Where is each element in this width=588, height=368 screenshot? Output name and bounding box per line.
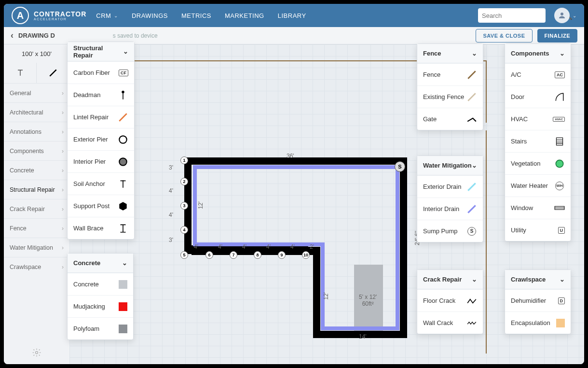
item-window[interactable]: Window	[505, 197, 571, 219]
user-avatar[interactable]	[554, 8, 570, 23]
panel-header[interactable]: Concrete⌄	[68, 254, 133, 273]
save-close-button[interactable]: SAVE & CLOSE	[476, 29, 532, 42]
item-vegetation[interactable]: Vegetation	[505, 152, 571, 174]
item-support-post[interactable]: Support Post	[68, 195, 134, 217]
pier-marker[interactable]: 5	[180, 251, 188, 259]
nav-drawings[interactable]: DRAWINGS	[132, 12, 168, 19]
sidebar-item-general[interactable]: General›	[4, 83, 69, 102]
swatch-icon	[119, 280, 127, 289]
item-wall-brace[interactable]: Wall Brace	[68, 217, 134, 239]
swatch-icon	[556, 319, 565, 327]
item-soil-anchor[interactable]: Soil Anchor	[68, 172, 134, 195]
stairs-icon	[554, 136, 565, 147]
item-exterior-pier[interactable]: Exterior Pier	[68, 128, 134, 150]
text-tool[interactable]	[4, 63, 37, 83]
pier-marker[interactable]: 9	[278, 251, 286, 259]
item-ac[interactable]: A/CAC	[505, 63, 571, 85]
search-input[interactable]	[482, 12, 563, 19]
swatch-icon	[119, 302, 127, 311]
back-button[interactable]: ‹	[11, 30, 14, 41]
dim-3b: 3'	[169, 237, 173, 243]
item-fence[interactable]: Fence	[417, 63, 483, 85]
dim-36: 36'	[287, 153, 294, 159]
item-hvac[interactable]: HVACHVAC	[505, 108, 571, 130]
sidebar-item-crack-repair[interactable]: Crack Repair›	[4, 199, 69, 218]
sidebar-item-fence[interactable]: Fence›	[4, 218, 69, 238]
drawing-size: 100' x 100'	[4, 44, 69, 63]
sidebar-item-concrete[interactable]: Concrete›	[4, 160, 69, 180]
dim-4f: 4'	[266, 243, 271, 250]
zigzag-small-icon	[466, 318, 477, 328]
item-polyfoam[interactable]: Polyfoam	[68, 317, 133, 340]
svg-line-4	[119, 113, 126, 121]
chevron-right-icon: ›	[62, 90, 64, 97]
item-concrete[interactable]: Concrete	[68, 273, 133, 295]
item-utility[interactable]: UtilityU	[505, 219, 571, 241]
nav-library[interactable]: LIBRARY	[278, 12, 306, 19]
item-encapsulation[interactable]: Encapsulation	[505, 311, 571, 334]
panel-concrete: Concrete⌄ Concrete Mudjacking Polyfoam	[67, 253, 134, 340]
item-wall-crack[interactable]: Wall Crack	[417, 311, 483, 334]
pier-marker[interactable]: 7	[230, 251, 237, 259]
panel-fence: Fence⌄ Fence Existing Fence Gate	[417, 43, 483, 130]
item-interior-drain[interactable]: Interior Drain	[417, 198, 483, 220]
pier-marker[interactable]: 10	[302, 251, 310, 259]
nav-crm[interactable]: CRM⌄	[96, 12, 118, 19]
drawing-canvas[interactable]: 60' 9" 18' 12' S 1 2 3 4 5 6	[69, 44, 584, 364]
item-sump-pump[interactable]: Sump PumpS	[417, 220, 483, 242]
chevron-down-icon: ⌄	[472, 162, 477, 169]
panel-header[interactable]: Structural Repair⌄	[68, 42, 134, 61]
panel-header[interactable]: Components⌄	[505, 44, 571, 63]
app-logo[interactable]: A CONTRACTOR ACCELERATOR	[12, 7, 86, 24]
item-mudjacking[interactable]: Mudjacking	[68, 295, 133, 317]
chevron-down-icon[interactable]: ⌄	[573, 13, 576, 18]
item-door[interactable]: Door	[505, 85, 571, 108]
pier-marker[interactable]: 3	[180, 202, 188, 210]
sidebar-item-architectural[interactable]: Architectural›	[4, 102, 69, 122]
pier-marker[interactable]: 2	[180, 178, 188, 185]
finalize-button[interactable]: FINALIZE	[537, 29, 578, 42]
sidebar-item-annotations[interactable]: Annotations›	[4, 122, 69, 141]
item-interior-pier[interactable]: Interior Pier	[68, 150, 134, 172]
chevron-right-icon: ›	[62, 128, 64, 135]
item-exterior-drain[interactable]: Exterior Drain	[417, 175, 483, 198]
d-icon: D	[558, 297, 565, 304]
sidebar-item-crawlspace[interactable]: Crawlspace›	[4, 257, 69, 276]
dim-2: 2'	[310, 243, 314, 250]
svg-point-2	[122, 90, 124, 93]
sidebar-item-structural-repair[interactable]: Structural Repair›	[4, 180, 69, 199]
sidebar-item-components[interactable]: Components›	[4, 141, 69, 160]
sidebar-item-water-mitigation[interactable]: Water Mitigation›	[4, 238, 69, 257]
pier-marker[interactable]: 4	[180, 226, 188, 234]
sump-pump-marker[interactable]: S	[395, 161, 405, 172]
item-water-heater[interactable]: Water HeaterWH	[505, 174, 571, 197]
item-existing-fence[interactable]: Existing Fence	[417, 85, 483, 108]
gear-icon	[32, 348, 41, 357]
chevron-right-icon: ›	[62, 244, 64, 251]
item-deadman[interactable]: Deadman	[68, 84, 134, 106]
item-lintel-repair[interactable]: Lintel Repair	[68, 106, 134, 128]
pier-marker[interactable]: 1	[180, 156, 188, 164]
line-tool[interactable]	[37, 63, 69, 83]
nav-marketing[interactable]: MARKETING	[225, 12, 264, 19]
save-status: s saved to device	[113, 32, 158, 39]
item-gate[interactable]: Gate	[417, 108, 483, 130]
panel-header[interactable]: Water Mitigation⌄	[417, 156, 483, 175]
pier-marker[interactable]: 6	[205, 251, 213, 259]
pier-marker[interactable]: 8	[254, 251, 261, 259]
panel-header[interactable]: Fence⌄	[417, 44, 483, 63]
item-carbon-fiber[interactable]: Carbon FiberCF	[68, 61, 134, 84]
item-stairs[interactable]: Stairs	[505, 130, 571, 152]
dim-4c: 4'	[194, 243, 198, 250]
item-floor-crack[interactable]: Floor Crack	[417, 289, 483, 311]
nav-metrics[interactable]: METRICS	[181, 12, 211, 19]
panel-header[interactable]: Crack Repair⌄	[417, 270, 483, 289]
svg-rect-14	[556, 138, 562, 145]
svg-line-12	[468, 183, 475, 190]
search-box[interactable]: 🔍	[478, 8, 546, 23]
panel-header[interactable]: Crawlspace⌄	[505, 270, 571, 289]
settings-button[interactable]	[4, 348, 69, 357]
item-dehumidifier[interactable]: DehumidifierD	[505, 289, 571, 311]
window-icon	[554, 203, 565, 213]
logo-text: CONTRACTOR ACCELERATOR	[34, 11, 86, 21]
